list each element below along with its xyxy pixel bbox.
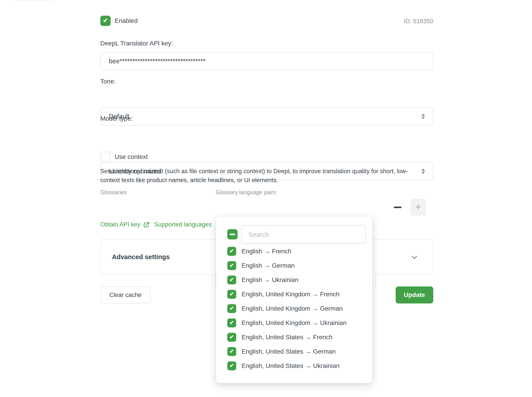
use-context-checkbox[interactable] xyxy=(100,152,111,162)
chevron-down-icon xyxy=(412,254,417,259)
pair-checkbox[interactable]: ✔ xyxy=(227,318,236,327)
api-key-value: bee********************************** xyxy=(109,57,206,65)
deepl-settings-page: ✔ Enabled ID: 618350 DeepL Translator AP… xyxy=(0,0,532,397)
check-icon: ✔ xyxy=(230,263,234,268)
clipped-top-button[interactable] xyxy=(11,0,54,1)
use-context-label: Use context xyxy=(115,153,148,161)
pair-label: English → German xyxy=(242,262,295,269)
remove-glossary-button[interactable] xyxy=(391,201,404,213)
api-key-label: DeepL Translator API key: xyxy=(100,40,173,47)
enabled-label: Enabled xyxy=(115,17,138,25)
glossaries-label: Glossaries xyxy=(100,189,127,196)
pair-checkbox[interactable]: ✔ xyxy=(227,290,236,299)
pair-checkbox[interactable]: ✔ xyxy=(227,304,236,313)
update-button[interactable]: Update xyxy=(396,286,433,304)
check-icon: ✔ xyxy=(230,248,234,254)
obtain-api-key-link[interactable]: Obtain API key xyxy=(100,221,150,228)
language-pairs-list: ✔ English → French ✔ English → German ✔ … xyxy=(216,244,372,373)
api-key-input[interactable]: bee********************************** xyxy=(100,52,433,70)
language-pair-item[interactable]: ✔ English, United States → Ukrainian xyxy=(216,359,372,373)
enabled-checkbox[interactable]: ✔ xyxy=(100,16,111,26)
pair-label: English, United States → French xyxy=(242,334,332,341)
select-stepper-icon xyxy=(421,168,425,174)
pair-label: English, United States → German xyxy=(242,348,336,355)
language-pair-item[interactable]: ✔ English → French xyxy=(216,244,372,259)
pair-label: English, United States → Ukrainian xyxy=(242,362,339,369)
language-pair-item[interactable]: ✔ English, United States → German xyxy=(216,344,372,359)
language-pair-item[interactable]: ✔ English, United Kingdom → Ukrainian xyxy=(216,316,372,330)
language-pair-item[interactable]: ✔ English → German xyxy=(216,259,372,273)
links-row: Obtain API key Supported languages xyxy=(100,221,212,228)
enabled-row: ✔ Enabled xyxy=(100,16,138,26)
search-input[interactable] xyxy=(241,225,366,244)
check-icon: ✔ xyxy=(230,349,234,354)
pair-label: English → Ukrainian xyxy=(242,276,299,284)
pair-checkbox[interactable]: ✔ xyxy=(227,261,236,270)
obtain-api-key-label: Obtain API key xyxy=(100,221,140,228)
check-icon: ✔ xyxy=(230,291,234,297)
check-icon: ✔ xyxy=(230,306,234,311)
indeterminate-icon xyxy=(230,234,235,235)
advanced-settings-label: Advanced settings xyxy=(112,253,170,261)
check-icon: ✔ xyxy=(103,18,108,24)
tone-select[interactable]: Default xyxy=(100,107,433,125)
select-all-checkbox[interactable] xyxy=(227,229,238,239)
tone-label: Tone: xyxy=(100,78,116,85)
pair-checkbox[interactable]: ✔ xyxy=(227,247,236,256)
pair-label: English, United Kingdom → German xyxy=(242,305,343,312)
use-context-row: Use context xyxy=(100,152,148,162)
plus-icon: + xyxy=(415,202,421,212)
integration-id: ID: 618350 xyxy=(366,18,433,25)
clear-cache-button[interactable]: Clear cache xyxy=(100,286,150,304)
check-icon: ✔ xyxy=(230,363,234,368)
add-glossary-button[interactable]: + xyxy=(410,199,426,216)
pair-checkbox[interactable]: ✔ xyxy=(227,347,236,356)
check-icon: ✔ xyxy=(230,320,234,325)
check-icon: ✔ xyxy=(230,334,234,340)
minus-icon xyxy=(394,207,401,208)
select-stepper-icon xyxy=(421,113,425,119)
pair-label: English → French xyxy=(242,248,292,255)
pair-label: English, United Kingdom → Ukrainian xyxy=(242,319,346,327)
external-link-icon xyxy=(143,221,150,228)
language-pair-item[interactable]: ✔ English → Ukrainian xyxy=(216,273,372,287)
glossary-pairs-label: Glossary language pairs xyxy=(216,189,276,196)
language-pair-item[interactable]: ✔ English, United Kingdom → French xyxy=(216,287,372,301)
supported-languages-label: Supported languages xyxy=(154,221,212,228)
check-icon: ✔ xyxy=(230,277,234,282)
pair-checkbox[interactable]: ✔ xyxy=(227,361,236,370)
pair-label: English, United Kingdom → French xyxy=(242,291,339,298)
pair-checkbox[interactable]: ✔ xyxy=(227,275,236,285)
language-pair-item[interactable]: ✔ English, United Kingdom → German xyxy=(216,301,372,316)
supported-languages-link[interactable]: Supported languages xyxy=(154,221,212,228)
language-pair-item[interactable]: ✔ English, United States → French xyxy=(216,330,372,344)
pair-checkbox[interactable]: ✔ xyxy=(227,333,236,342)
language-pairs-dropdown: ✔ English → French ✔ English → German ✔ … xyxy=(216,217,372,383)
use-context-description: Send additional context (such as file co… xyxy=(100,167,422,185)
model-type-label: Model type: xyxy=(100,115,133,122)
